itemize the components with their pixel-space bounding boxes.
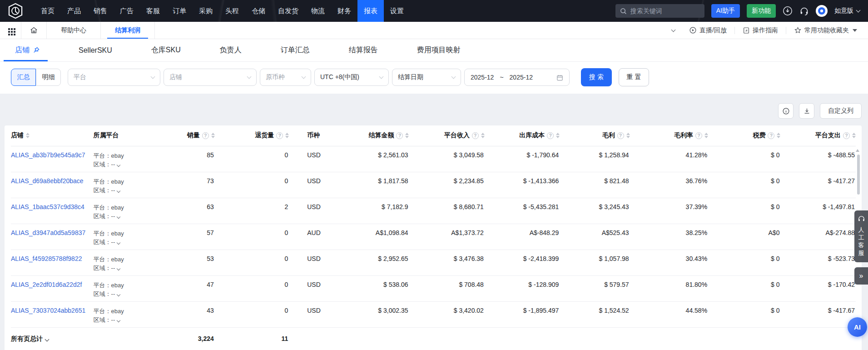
topnav-item-7[interactable]: 头程 <box>219 0 245 22</box>
date-type-select[interactable]: 结算日期 <box>392 69 461 86</box>
divider <box>786 27 786 34</box>
store-link[interactable]: ALIAS_f459285788f9822 <box>11 255 82 262</box>
home-button[interactable] <box>21 22 46 39</box>
collapse-panel-button[interactable]: » <box>854 267 868 285</box>
search-input[interactable] <box>630 7 694 15</box>
store-link[interactable]: ALIAS_1baac537c9d38c4 <box>11 203 84 210</box>
global-search[interactable] <box>615 4 704 18</box>
customize-columns-button[interactable]: 自定义列 <box>820 103 862 119</box>
region-expander[interactable]: 区域：-- <box>94 315 167 324</box>
headset-support-icon[interactable] <box>799 6 809 16</box>
reset-button[interactable]: 重 置 <box>619 68 649 86</box>
chevron-down-icon <box>117 292 120 296</box>
sort-toggle[interactable] <box>626 133 630 138</box>
tab-help-center[interactable]: 帮助中心 <box>47 22 100 39</box>
version-switcher[interactable]: 如意版 <box>834 7 860 15</box>
store-link[interactable]: ALIAS_d69a8ebbf20bace <box>11 177 84 185</box>
region-expander[interactable]: 区域：-- <box>94 186 167 195</box>
download-icon <box>803 107 811 115</box>
region-expander[interactable]: 区域：-- <box>94 212 167 220</box>
store-link[interactable]: ALIAS_2e2df01d6a22d2f <box>11 281 82 288</box>
subtab-3[interactable]: 负责人 <box>220 39 242 61</box>
help-icon[interactable]: ? <box>202 132 209 139</box>
live-replay-button[interactable]: 直播/回放 <box>685 26 730 35</box>
favorites-menu-button[interactable]: 常用功能收藏夹 <box>790 26 861 35</box>
subtab-label: 费用项目映射 <box>417 45 461 55</box>
topnav-item-0[interactable]: 首页 <box>35 0 61 22</box>
sort-toggle[interactable] <box>405 133 409 138</box>
topnav-item-12[interactable]: 报表 <box>357 0 384 22</box>
scrollbar-up-arrow[interactable] <box>856 149 859 152</box>
new-feature-button[interactable]: 新功能 <box>747 4 776 18</box>
help-icon[interactable]: ? <box>276 132 283 139</box>
topnav-item-13[interactable]: 设置 <box>384 0 410 22</box>
help-icon[interactable]: ? <box>617 132 624 139</box>
help-icon[interactable]: ? <box>768 132 774 139</box>
ai-floating-button[interactable]: AI <box>848 317 867 337</box>
topnav-item-2[interactable]: 销售 <box>87 0 114 22</box>
sort-toggle[interactable] <box>26 133 30 138</box>
store-link[interactable]: ALIAS_d3947a0d5a59837 <box>11 229 85 236</box>
sort-toggle[interactable] <box>285 133 289 138</box>
column-label-tax: 税费 <box>753 131 765 140</box>
platform-select[interactable]: 平台 <box>68 69 160 86</box>
customer-service-widget[interactable]: 人工客服 <box>854 210 868 262</box>
store-link[interactable]: ALIAS_ab3b7b9e545a9c7 <box>11 151 85 159</box>
store-select[interactable]: 店铺 <box>164 69 257 86</box>
subtab-1[interactable]: SellerSKU <box>79 39 112 61</box>
toggle-detail[interactable]: 明细 <box>36 69 61 86</box>
sort-toggle[interactable] <box>481 133 485 138</box>
region-expander[interactable]: 区域：-- <box>94 160 167 169</box>
topnav-item-10[interactable]: 物流 <box>305 0 331 22</box>
subtab-4[interactable]: 订单汇总 <box>281 39 310 61</box>
toggle-summary[interactable]: 汇总 <box>11 69 36 86</box>
topnav-item-8[interactable]: 仓储 <box>245 0 272 22</box>
region-expander[interactable]: 区域：-- <box>94 264 167 272</box>
date-range-picker[interactable]: 2025-12 ~ 2025-12 <box>464 69 570 86</box>
timezone-select[interactable]: UTC +8(中国) <box>314 69 389 86</box>
avatar[interactable] <box>816 5 828 17</box>
search-button[interactable]: 搜 索 <box>581 68 612 86</box>
pin-icon[interactable] <box>33 47 40 54</box>
download-center-icon[interactable] <box>783 6 793 16</box>
topnav-item-3[interactable]: 广告 <box>114 0 140 22</box>
export-button[interactable] <box>799 103 814 119</box>
sort-toggle[interactable] <box>852 133 856 138</box>
sort-toggle[interactable] <box>777 133 780 138</box>
tab-settlement-profit[interactable]: 结算利润 <box>101 22 154 39</box>
table-row-1: ALIAS_d69a8ebbf20bace平台：ebay区域：--730USD$… <box>11 172 856 198</box>
cell-tax: $ 0 <box>708 250 780 275</box>
help-icon[interactable]: ? <box>695 132 702 139</box>
chevron-down-icon[interactable] <box>45 337 50 341</box>
sort-toggle[interactable] <box>211 133 215 138</box>
help-icon[interactable]: ? <box>472 132 479 139</box>
cell-sales: 85 <box>167 146 215 172</box>
store-link[interactable]: ALIAS_73037024abb2651 <box>11 307 85 314</box>
cell-gross_profit: $ 821.48 <box>560 172 630 198</box>
help-icon[interactable]: ? <box>547 132 554 139</box>
currency-select[interactable]: 原币种 <box>260 69 311 86</box>
help-icon[interactable]: ? <box>396 132 403 139</box>
apps-grid-button[interactable] <box>0 22 21 39</box>
ai-assistant-button[interactable]: AI助手 <box>711 4 740 18</box>
chevron-down-icon <box>117 163 120 166</box>
tabs-collapse-chevron-icon[interactable] <box>671 27 676 32</box>
subtab-0[interactable]: 店铺 <box>15 39 40 61</box>
region-expander[interactable]: 区域：-- <box>94 238 167 246</box>
subtab-6[interactable]: 费用项目映射 <box>417 39 461 61</box>
topnav-item-9[interactable]: 自发货 <box>272 0 305 22</box>
info-button[interactable] <box>778 103 794 119</box>
region-expander[interactable]: 区域：-- <box>94 290 167 298</box>
topnav-item-5[interactable]: 订单 <box>166 0 193 22</box>
sort-toggle[interactable] <box>704 133 708 138</box>
sort-toggle[interactable] <box>556 133 560 138</box>
subtab-2[interactable]: 仓库SKU <box>151 39 181 61</box>
topnav-item-1[interactable]: 产品 <box>61 0 87 22</box>
operation-guide-button[interactable]: 操作指南 <box>739 26 782 35</box>
vertical-scrollbar[interactable] <box>857 155 860 195</box>
topnav-item-6[interactable]: 采购 <box>193 0 219 22</box>
topnav-item-4[interactable]: 客服 <box>140 0 166 22</box>
help-icon[interactable]: ? <box>843 132 850 139</box>
topnav-item-11[interactable]: 财务 <box>331 0 357 22</box>
subtab-5[interactable]: 结算报告 <box>349 39 378 61</box>
